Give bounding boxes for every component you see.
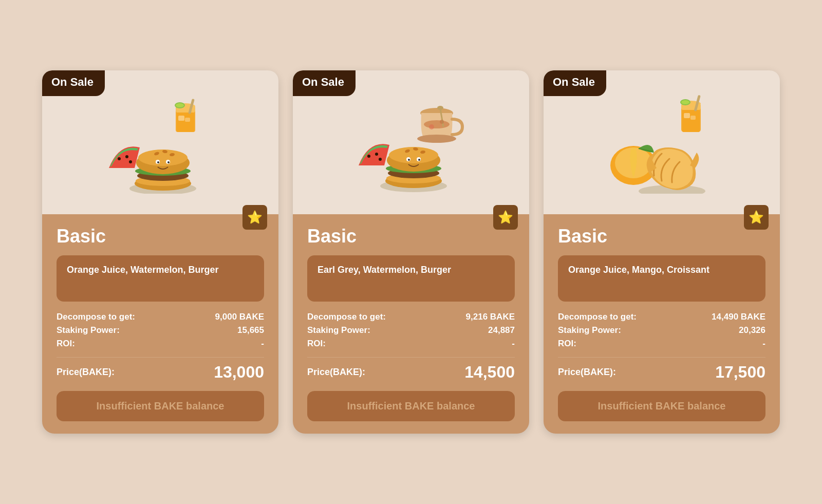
svg-point-11 (129, 160, 132, 163)
decompose-row: Decompose to get: 9,000 BAKE (57, 312, 264, 322)
staking-value: 15,665 (237, 325, 264, 335)
food-illustration (104, 91, 217, 194)
star-icon: ⭐ (749, 210, 764, 225)
on-sale-badge: On Sale (293, 70, 356, 96)
card-image-section: On Sale (293, 70, 529, 214)
svg-rect-7 (178, 116, 184, 121)
cards-container: On Sale (42, 70, 780, 434)
svg-point-56 (681, 100, 689, 104)
roi-label: ROI: (307, 339, 326, 349)
ingredients-text: Earl Grey, Watermelon, Burger (317, 265, 451, 275)
card-2: On Sale (293, 70, 529, 434)
svg-point-10 (125, 155, 128, 158)
price-row: Price(BAKE): 17,500 (558, 363, 765, 382)
staking-label: Staking Power: (558, 325, 621, 335)
price-value: 13,000 (214, 363, 264, 382)
card-title: Basic (558, 226, 765, 247)
star-badge: ⭐ (744, 205, 769, 230)
staking-row: Staking Power: 15,665 (57, 325, 264, 335)
decompose-value: 14,490 BAKE (712, 312, 765, 322)
roi-value: - (762, 339, 765, 349)
decompose-label: Decompose to get: (57, 312, 135, 322)
price-row: Price(BAKE): 13,000 (57, 363, 264, 382)
ingredients-box: Orange Juice, Watermelon, Burger (57, 255, 264, 302)
svg-point-49 (418, 159, 420, 161)
staking-row: Staking Power: 24,887 (307, 325, 515, 335)
decompose-label: Decompose to get: (558, 312, 637, 322)
insufficient-balance-button[interactable]: Insufficient BAKE balance (57, 391, 264, 421)
ingredients-box: Orange Juice, Mango, Croissant (558, 255, 765, 302)
ingredients-text: Orange Juice, Watermelon, Burger (67, 265, 218, 275)
svg-point-32 (440, 120, 444, 124)
roi-row: ROI: - (57, 339, 264, 349)
price-label: Price(BAKE): (57, 367, 115, 378)
svg-point-25 (167, 161, 170, 163)
svg-rect-8 (185, 118, 190, 122)
price-row: Price(BAKE): 14,500 (307, 363, 515, 382)
stats-section: Decompose to get: 14,490 BAKE Staking Po… (558, 312, 765, 349)
card-body: ⭐ Basic Orange Juice, Mango, Croissant D… (544, 214, 780, 434)
divider (57, 357, 264, 358)
svg-point-24 (157, 161, 159, 163)
decompose-row: Decompose to get: 14,490 BAKE (558, 312, 765, 322)
star-icon: ⭐ (247, 210, 263, 225)
stats-section: Decompose to get: 9,000 BAKE Staking Pow… (57, 312, 264, 349)
on-sale-badge: On Sale (42, 70, 105, 96)
roi-label: ROI: (558, 339, 576, 349)
roi-label: ROI: (57, 339, 75, 349)
card-body: ⭐ Basic Earl Grey, Watermelon, Burger De… (293, 214, 529, 434)
svg-point-31 (429, 124, 434, 129)
svg-point-6 (176, 103, 184, 107)
roi-row: ROI: - (558, 339, 765, 349)
card-title: Basic (307, 226, 515, 247)
staking-value: 20,326 (739, 325, 765, 335)
staking-row: Staking Power: 20,326 (558, 325, 765, 335)
decompose-value: 9,216 BAKE (466, 312, 515, 322)
decompose-label: Decompose to get: (307, 312, 386, 322)
price-value: 17,500 (715, 363, 765, 382)
svg-point-30 (437, 106, 443, 110)
star-badge: ⭐ (493, 205, 518, 230)
card-3: On Sale (544, 70, 780, 434)
decompose-row: Decompose to get: 9,216 BAKE (307, 312, 515, 322)
insufficient-balance-button[interactable]: Insufficient BAKE balance (558, 391, 765, 421)
roi-value: - (512, 339, 515, 349)
staking-label: Staking Power: (57, 325, 120, 335)
divider (558, 357, 765, 358)
svg-point-48 (408, 159, 410, 161)
price-value: 14,500 (464, 363, 515, 382)
card-title: Basic (57, 226, 264, 247)
staking-label: Staking Power: (307, 325, 370, 335)
svg-point-34 (375, 153, 378, 156)
on-sale-badge: On Sale (544, 70, 606, 96)
divider (307, 357, 515, 358)
card-body: ⭐ Basic Orange Juice, Watermelon, Burger… (42, 214, 278, 434)
insufficient-balance-button[interactable]: Insufficient BAKE balance (307, 391, 515, 421)
price-label: Price(BAKE): (558, 367, 616, 378)
svg-rect-58 (690, 116, 696, 120)
roi-value: - (261, 339, 264, 349)
star-icon: ⭐ (498, 210, 513, 225)
price-label: Price(BAKE): (307, 367, 365, 378)
card-image-section: On Sale (42, 70, 278, 214)
ingredients-box: Earl Grey, Watermelon, Burger (307, 255, 515, 302)
svg-point-33 (367, 155, 370, 158)
card-1: On Sale (42, 70, 278, 434)
svg-point-35 (379, 158, 382, 161)
decompose-value: 9,000 BAKE (215, 312, 264, 322)
ingredients-text: Orange Juice, Mango, Croissant (568, 265, 709, 275)
svg-rect-57 (684, 113, 690, 118)
svg-rect-2 (177, 113, 194, 132)
star-badge: ⭐ (242, 205, 267, 230)
roi-row: ROI: - (307, 339, 515, 349)
svg-point-9 (118, 157, 121, 160)
svg-point-28 (417, 135, 456, 143)
stats-section: Decompose to get: 9,216 BAKE Staking Pow… (307, 312, 515, 349)
card-image-section: On Sale (544, 70, 780, 214)
food-illustration (354, 91, 468, 194)
svg-point-27 (424, 120, 450, 128)
staking-value: 24,887 (488, 325, 515, 335)
food-illustration (605, 91, 718, 194)
